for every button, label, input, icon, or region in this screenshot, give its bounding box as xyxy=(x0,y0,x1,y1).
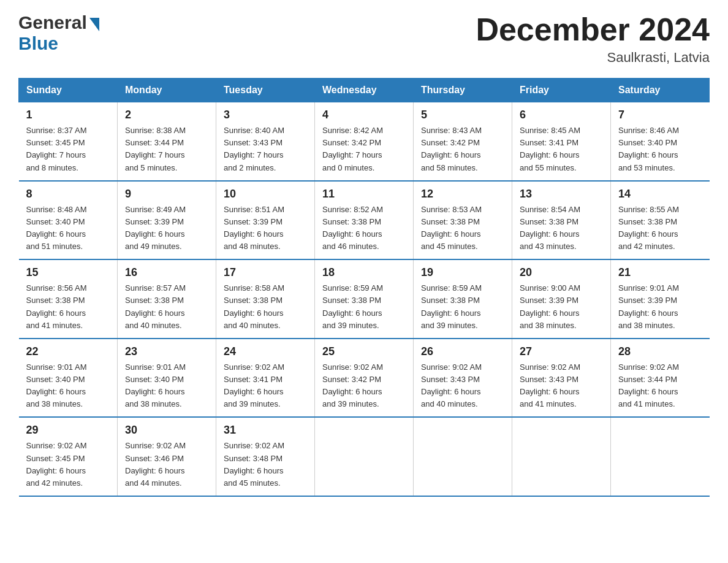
day-number: 14 xyxy=(618,188,702,201)
day-number: 25 xyxy=(322,345,406,358)
calendar-cell: 17 Sunrise: 8:58 AMSunset: 3:38 PMDaylig… xyxy=(216,259,315,339)
day-info: Sunrise: 9:01 AMSunset: 3:40 PMDaylight:… xyxy=(26,361,110,411)
week-row-4: 22 Sunrise: 9:01 AMSunset: 3:40 PMDaylig… xyxy=(19,339,710,418)
day-info: Sunrise: 9:01 AMSunset: 3:39 PMDaylight:… xyxy=(618,282,702,332)
day-info: Sunrise: 9:02 AMSunset: 3:41 PMDaylight:… xyxy=(224,361,307,411)
day-info: Sunrise: 8:59 AMSunset: 3:38 PMDaylight:… xyxy=(421,282,504,332)
calendar-cell: 30 Sunrise: 9:02 AMSunset: 3:46 PMDaylig… xyxy=(118,417,216,496)
day-info: Sunrise: 8:51 AMSunset: 3:39 PMDaylight:… xyxy=(224,204,307,253)
week-row-1: 1 Sunrise: 8:37 AMSunset: 3:45 PMDayligh… xyxy=(19,102,710,181)
logo-blue-text: Blue xyxy=(18,33,58,54)
day-number: 20 xyxy=(520,266,603,279)
day-number: 1 xyxy=(26,109,110,121)
day-info: Sunrise: 8:56 AMSunset: 3:38 PMDaylight:… xyxy=(26,282,110,332)
day-info: Sunrise: 8:40 AMSunset: 3:43 PMDaylight:… xyxy=(224,124,307,174)
day-info: Sunrise: 8:57 AMSunset: 3:38 PMDaylight:… xyxy=(125,282,208,332)
header-row: SundayMondayTuesdayWednesdayThursdayFrid… xyxy=(19,79,710,102)
day-number: 15 xyxy=(26,266,110,279)
page-header: General Blue December 2024 Saulkrasti, L… xyxy=(18,12,710,66)
header-cell-sunday: Sunday xyxy=(19,79,118,102)
day-info: Sunrise: 8:48 AMSunset: 3:40 PMDaylight:… xyxy=(26,204,110,253)
calendar-cell: 7 Sunrise: 8:46 AMSunset: 3:40 PMDayligh… xyxy=(611,102,710,181)
day-number: 4 xyxy=(322,109,406,121)
calendar-cell: 5 Sunrise: 8:43 AMSunset: 3:42 PMDayligh… xyxy=(414,102,512,181)
calendar-cell: 2 Sunrise: 8:38 AMSunset: 3:44 PMDayligh… xyxy=(118,102,216,181)
day-info: Sunrise: 8:53 AMSunset: 3:38 PMDaylight:… xyxy=(421,204,504,253)
day-number: 28 xyxy=(618,345,702,358)
calendar-cell: 27 Sunrise: 9:02 AMSunset: 3:43 PMDaylig… xyxy=(512,339,611,418)
day-info: Sunrise: 8:49 AMSunset: 3:39 PMDaylight:… xyxy=(125,204,208,253)
day-number: 17 xyxy=(224,266,307,279)
day-info: Sunrise: 9:02 AMSunset: 3:44 PMDaylight:… xyxy=(618,361,702,411)
calendar-body: 1 Sunrise: 8:37 AMSunset: 3:45 PMDayligh… xyxy=(19,102,710,496)
header-cell-friday: Friday xyxy=(512,79,611,102)
day-number: 22 xyxy=(26,345,110,358)
day-number: 7 xyxy=(618,109,702,121)
day-number: 5 xyxy=(421,109,504,121)
calendar-cell: 8 Sunrise: 8:48 AMSunset: 3:40 PMDayligh… xyxy=(19,181,118,260)
calendar-table: SundayMondayTuesdayWednesdayThursdayFrid… xyxy=(18,78,710,497)
day-number: 23 xyxy=(125,345,208,358)
header-cell-thursday: Thursday xyxy=(414,79,512,102)
calendar-cell: 12 Sunrise: 8:53 AMSunset: 3:38 PMDaylig… xyxy=(414,181,512,260)
day-info: Sunrise: 9:02 AMSunset: 3:46 PMDaylight:… xyxy=(125,440,208,489)
calendar-cell: 19 Sunrise: 8:59 AMSunset: 3:38 PMDaylig… xyxy=(414,259,512,339)
calendar-cell xyxy=(512,417,611,496)
day-info: Sunrise: 8:45 AMSunset: 3:41 PMDaylight:… xyxy=(520,124,603,174)
day-number: 24 xyxy=(224,345,307,358)
calendar-cell: 16 Sunrise: 8:57 AMSunset: 3:38 PMDaylig… xyxy=(118,259,216,339)
day-info: Sunrise: 8:46 AMSunset: 3:40 PMDaylight:… xyxy=(618,124,702,174)
day-info: Sunrise: 9:02 AMSunset: 3:42 PMDaylight:… xyxy=(322,361,406,411)
day-info: Sunrise: 9:02 AMSunset: 3:43 PMDaylight:… xyxy=(520,361,603,411)
day-info: Sunrise: 8:37 AMSunset: 3:45 PMDaylight:… xyxy=(26,124,110,174)
calendar-cell: 13 Sunrise: 8:54 AMSunset: 3:38 PMDaylig… xyxy=(512,181,611,260)
day-info: Sunrise: 9:02 AMSunset: 3:48 PMDaylight:… xyxy=(224,440,307,489)
day-info: Sunrise: 9:02 AMSunset: 3:45 PMDaylight:… xyxy=(26,440,110,489)
calendar-cell: 4 Sunrise: 8:42 AMSunset: 3:42 PMDayligh… xyxy=(315,102,414,181)
week-row-5: 29 Sunrise: 9:02 AMSunset: 3:45 PMDaylig… xyxy=(19,417,710,496)
calendar-cell: 23 Sunrise: 9:01 AMSunset: 3:40 PMDaylig… xyxy=(118,339,216,418)
day-info: Sunrise: 8:58 AMSunset: 3:38 PMDaylight:… xyxy=(224,282,307,332)
header-cell-wednesday: Wednesday xyxy=(315,79,414,102)
day-number: 12 xyxy=(421,188,504,201)
calendar-cell: 6 Sunrise: 8:45 AMSunset: 3:41 PMDayligh… xyxy=(512,102,611,181)
day-number: 30 xyxy=(125,424,208,437)
calendar-cell: 28 Sunrise: 9:02 AMSunset: 3:44 PMDaylig… xyxy=(611,339,710,418)
calendar-cell: 1 Sunrise: 8:37 AMSunset: 3:45 PMDayligh… xyxy=(19,102,118,181)
day-number: 29 xyxy=(26,424,110,437)
logo-arrow xyxy=(89,14,99,31)
day-info: Sunrise: 9:02 AMSunset: 3:43 PMDaylight:… xyxy=(421,361,504,411)
day-number: 10 xyxy=(224,188,307,201)
logo: General Blue xyxy=(18,12,99,54)
day-info: Sunrise: 8:52 AMSunset: 3:38 PMDaylight:… xyxy=(322,204,406,253)
logo-general-text: General xyxy=(18,12,87,33)
calendar-cell: 11 Sunrise: 8:52 AMSunset: 3:38 PMDaylig… xyxy=(315,181,414,260)
calendar-cell: 18 Sunrise: 8:59 AMSunset: 3:38 PMDaylig… xyxy=(315,259,414,339)
day-number: 21 xyxy=(618,266,702,279)
day-number: 26 xyxy=(421,345,504,358)
day-number: 18 xyxy=(322,266,406,279)
calendar-cell: 14 Sunrise: 8:55 AMSunset: 3:38 PMDaylig… xyxy=(611,181,710,260)
day-info: Sunrise: 9:00 AMSunset: 3:39 PMDaylight:… xyxy=(520,282,603,332)
title-section: December 2024 Saulkrasti, Latvia xyxy=(476,12,710,66)
calendar-cell: 26 Sunrise: 9:02 AMSunset: 3:43 PMDaylig… xyxy=(414,339,512,418)
day-info: Sunrise: 8:43 AMSunset: 3:42 PMDaylight:… xyxy=(421,124,504,174)
calendar-cell: 9 Sunrise: 8:49 AMSunset: 3:39 PMDayligh… xyxy=(118,181,216,260)
month-title: December 2024 xyxy=(476,12,710,47)
day-info: Sunrise: 9:01 AMSunset: 3:40 PMDaylight:… xyxy=(125,361,208,411)
day-number: 16 xyxy=(125,266,208,279)
day-number: 9 xyxy=(125,188,208,201)
calendar-cell: 10 Sunrise: 8:51 AMSunset: 3:39 PMDaylig… xyxy=(216,181,315,260)
day-number: 13 xyxy=(520,188,603,201)
calendar-cell: 31 Sunrise: 9:02 AMSunset: 3:48 PMDaylig… xyxy=(216,417,315,496)
calendar-cell: 24 Sunrise: 9:02 AMSunset: 3:41 PMDaylig… xyxy=(216,339,315,418)
day-info: Sunrise: 8:54 AMSunset: 3:38 PMDaylight:… xyxy=(520,204,603,253)
calendar-cell: 15 Sunrise: 8:56 AMSunset: 3:38 PMDaylig… xyxy=(19,259,118,339)
calendar-cell: 25 Sunrise: 9:02 AMSunset: 3:42 PMDaylig… xyxy=(315,339,414,418)
calendar-cell: 21 Sunrise: 9:01 AMSunset: 3:39 PMDaylig… xyxy=(611,259,710,339)
calendar-cell xyxy=(315,417,414,496)
day-info: Sunrise: 8:55 AMSunset: 3:38 PMDaylight:… xyxy=(618,204,702,253)
day-number: 19 xyxy=(421,266,504,279)
day-info: Sunrise: 8:38 AMSunset: 3:44 PMDaylight:… xyxy=(125,124,208,174)
day-number: 27 xyxy=(520,345,603,358)
